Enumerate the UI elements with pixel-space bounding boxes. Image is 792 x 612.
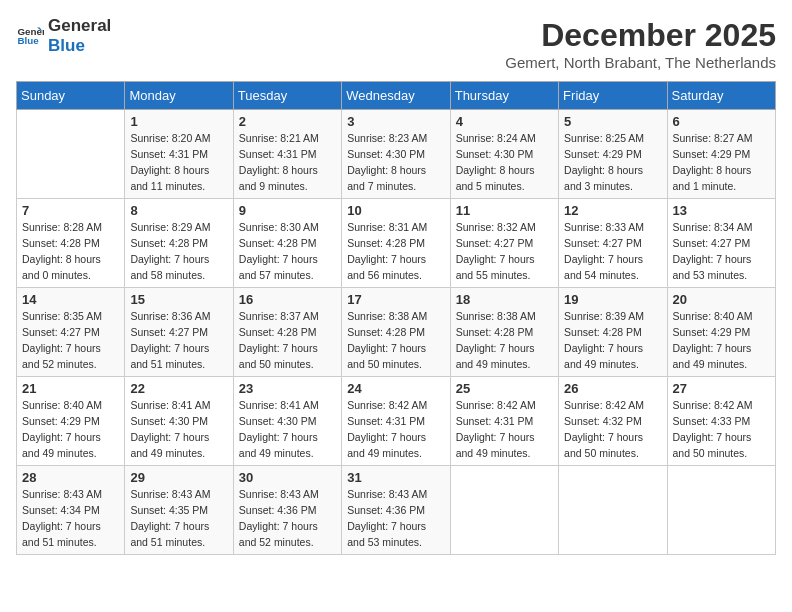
week-row-1: 1Sunrise: 8:20 AMSunset: 4:31 PMDaylight… (17, 110, 776, 199)
sunset-label: Sunset: 4:27 PM (130, 326, 208, 338)
day-number: 26 (564, 381, 661, 396)
day-info: Sunrise: 8:43 AMSunset: 4:36 PMDaylight:… (347, 487, 444, 550)
sunset-label: Sunset: 4:31 PM (347, 415, 425, 427)
day-cell: 13Sunrise: 8:34 AMSunset: 4:27 PMDayligh… (667, 199, 775, 288)
daylight-label: Daylight: 8 hours and 1 minute. (673, 164, 752, 192)
sunset-label: Sunset: 4:30 PM (456, 148, 534, 160)
day-info: Sunrise: 8:23 AMSunset: 4:30 PMDaylight:… (347, 131, 444, 194)
col-header-saturday: Saturday (667, 82, 775, 110)
col-header-thursday: Thursday (450, 82, 558, 110)
day-info: Sunrise: 8:40 AMSunset: 4:29 PMDaylight:… (673, 309, 770, 372)
day-cell: 6Sunrise: 8:27 AMSunset: 4:29 PMDaylight… (667, 110, 775, 199)
sunrise-label: Sunrise: 8:43 AM (22, 488, 102, 500)
sunset-label: Sunset: 4:31 PM (239, 148, 317, 160)
day-cell: 20Sunrise: 8:40 AMSunset: 4:29 PMDayligh… (667, 288, 775, 377)
day-number: 21 (22, 381, 119, 396)
sunrise-label: Sunrise: 8:39 AM (564, 310, 644, 322)
day-cell: 25Sunrise: 8:42 AMSunset: 4:31 PMDayligh… (450, 377, 558, 466)
day-number: 6 (673, 114, 770, 129)
col-header-friday: Friday (559, 82, 667, 110)
day-cell: 22Sunrise: 8:41 AMSunset: 4:30 PMDayligh… (125, 377, 233, 466)
sunset-label: Sunset: 4:31 PM (130, 148, 208, 160)
sunset-label: Sunset: 4:28 PM (130, 237, 208, 249)
day-info: Sunrise: 8:31 AMSunset: 4:28 PMDaylight:… (347, 220, 444, 283)
day-number: 18 (456, 292, 553, 307)
daylight-label: Daylight: 7 hours and 58 minutes. (130, 253, 209, 281)
sunset-label: Sunset: 4:28 PM (239, 237, 317, 249)
day-info: Sunrise: 8:43 AMSunset: 4:34 PMDaylight:… (22, 487, 119, 550)
daylight-label: Daylight: 7 hours and 50 minutes. (347, 342, 426, 370)
daylight-label: Daylight: 7 hours and 55 minutes. (456, 253, 535, 281)
day-info: Sunrise: 8:39 AMSunset: 4:28 PMDaylight:… (564, 309, 661, 372)
sunrise-label: Sunrise: 8:35 AM (22, 310, 102, 322)
day-cell: 29Sunrise: 8:43 AMSunset: 4:35 PMDayligh… (125, 466, 233, 555)
day-info: Sunrise: 8:42 AMSunset: 4:31 PMDaylight:… (456, 398, 553, 461)
day-number: 24 (347, 381, 444, 396)
day-cell: 16Sunrise: 8:37 AMSunset: 4:28 PMDayligh… (233, 288, 341, 377)
sunset-label: Sunset: 4:29 PM (673, 148, 751, 160)
day-cell: 9Sunrise: 8:30 AMSunset: 4:28 PMDaylight… (233, 199, 341, 288)
sunrise-label: Sunrise: 8:43 AM (347, 488, 427, 500)
day-cell: 19Sunrise: 8:39 AMSunset: 4:28 PMDayligh… (559, 288, 667, 377)
daylight-label: Daylight: 7 hours and 49 minutes. (456, 431, 535, 459)
day-info: Sunrise: 8:29 AMSunset: 4:28 PMDaylight:… (130, 220, 227, 283)
daylight-label: Daylight: 7 hours and 54 minutes. (564, 253, 643, 281)
sunrise-label: Sunrise: 8:28 AM (22, 221, 102, 233)
week-row-3: 14Sunrise: 8:35 AMSunset: 4:27 PMDayligh… (17, 288, 776, 377)
sunset-label: Sunset: 4:28 PM (239, 326, 317, 338)
day-info: Sunrise: 8:37 AMSunset: 4:28 PMDaylight:… (239, 309, 336, 372)
sunset-label: Sunset: 4:36 PM (239, 504, 317, 516)
logo-icon: General Blue (16, 22, 44, 50)
day-number: 27 (673, 381, 770, 396)
day-info: Sunrise: 8:41 AMSunset: 4:30 PMDaylight:… (130, 398, 227, 461)
day-number: 12 (564, 203, 661, 218)
week-row-4: 21Sunrise: 8:40 AMSunset: 4:29 PMDayligh… (17, 377, 776, 466)
sunrise-label: Sunrise: 8:40 AM (22, 399, 102, 411)
day-cell: 18Sunrise: 8:38 AMSunset: 4:28 PMDayligh… (450, 288, 558, 377)
day-info: Sunrise: 8:42 AMSunset: 4:33 PMDaylight:… (673, 398, 770, 461)
sunset-label: Sunset: 4:34 PM (22, 504, 100, 516)
day-number: 17 (347, 292, 444, 307)
day-number: 29 (130, 470, 227, 485)
sunrise-label: Sunrise: 8:27 AM (673, 132, 753, 144)
day-cell: 31Sunrise: 8:43 AMSunset: 4:36 PMDayligh… (342, 466, 450, 555)
daylight-label: Daylight: 7 hours and 53 minutes. (347, 520, 426, 548)
calendar-table: SundayMondayTuesdayWednesdayThursdayFrid… (16, 81, 776, 555)
daylight-label: Daylight: 7 hours and 50 minutes. (673, 431, 752, 459)
sunrise-label: Sunrise: 8:40 AM (673, 310, 753, 322)
daylight-label: Daylight: 7 hours and 52 minutes. (239, 520, 318, 548)
daylight-label: Daylight: 7 hours and 50 minutes. (564, 431, 643, 459)
sunrise-label: Sunrise: 8:25 AM (564, 132, 644, 144)
day-cell: 8Sunrise: 8:29 AMSunset: 4:28 PMDaylight… (125, 199, 233, 288)
daylight-label: Daylight: 8 hours and 7 minutes. (347, 164, 426, 192)
day-cell: 28Sunrise: 8:43 AMSunset: 4:34 PMDayligh… (17, 466, 125, 555)
day-cell (559, 466, 667, 555)
sunrise-label: Sunrise: 8:43 AM (130, 488, 210, 500)
day-number: 1 (130, 114, 227, 129)
col-header-wednesday: Wednesday (342, 82, 450, 110)
sunset-label: Sunset: 4:27 PM (564, 237, 642, 249)
day-cell: 4Sunrise: 8:24 AMSunset: 4:30 PMDaylight… (450, 110, 558, 199)
daylight-label: Daylight: 7 hours and 49 minutes. (564, 342, 643, 370)
sunrise-label: Sunrise: 8:38 AM (347, 310, 427, 322)
day-cell: 12Sunrise: 8:33 AMSunset: 4:27 PMDayligh… (559, 199, 667, 288)
sunset-label: Sunset: 4:30 PM (347, 148, 425, 160)
daylight-label: Daylight: 8 hours and 11 minutes. (130, 164, 209, 192)
day-number: 15 (130, 292, 227, 307)
day-info: Sunrise: 8:36 AMSunset: 4:27 PMDaylight:… (130, 309, 227, 372)
day-number: 4 (456, 114, 553, 129)
sunrise-label: Sunrise: 8:41 AM (239, 399, 319, 411)
sunrise-label: Sunrise: 8:36 AM (130, 310, 210, 322)
sunset-label: Sunset: 4:28 PM (564, 326, 642, 338)
day-cell: 14Sunrise: 8:35 AMSunset: 4:27 PMDayligh… (17, 288, 125, 377)
day-info: Sunrise: 8:34 AMSunset: 4:27 PMDaylight:… (673, 220, 770, 283)
daylight-label: Daylight: 7 hours and 49 minutes. (239, 431, 318, 459)
daylight-label: Daylight: 8 hours and 3 minutes. (564, 164, 643, 192)
daylight-label: Daylight: 8 hours and 5 minutes. (456, 164, 535, 192)
daylight-label: Daylight: 7 hours and 49 minutes. (347, 431, 426, 459)
day-cell: 15Sunrise: 8:36 AMSunset: 4:27 PMDayligh… (125, 288, 233, 377)
day-info: Sunrise: 8:35 AMSunset: 4:27 PMDaylight:… (22, 309, 119, 372)
day-number: 3 (347, 114, 444, 129)
logo: General Blue General Blue (16, 16, 111, 57)
day-cell: 23Sunrise: 8:41 AMSunset: 4:30 PMDayligh… (233, 377, 341, 466)
